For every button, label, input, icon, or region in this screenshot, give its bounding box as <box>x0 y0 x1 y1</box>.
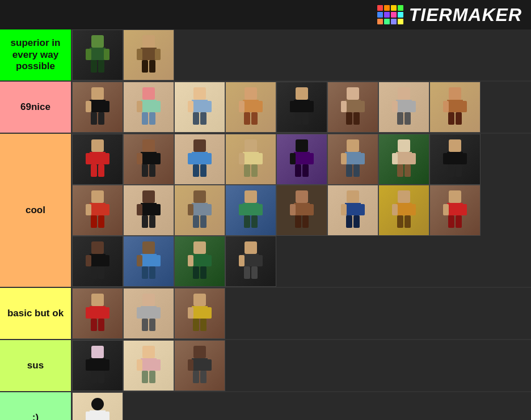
tier-cell <box>174 82 225 133</box>
tier-cell <box>72 236 123 287</box>
tier-row-69nice: 69nice <box>0 82 531 134</box>
tier-row-superior: superior in every way possible <box>0 29 531 82</box>
tier-row-semicolon: ;) <box>0 392 531 420</box>
tier-cell <box>327 82 378 133</box>
tier-row-cool: cool <box>0 134 531 288</box>
tier-content-sus <box>71 340 531 391</box>
tier-cell <box>327 185 378 236</box>
tier-content-basic <box>71 288 531 339</box>
tier-cell <box>123 185 174 236</box>
tier-cell <box>72 392 123 420</box>
tier-cell <box>429 82 481 133</box>
tier-cell <box>378 82 429 133</box>
tier-cell <box>174 340 225 391</box>
tier-cell <box>327 134 378 185</box>
tier-cell <box>123 134 174 185</box>
tier-cell <box>225 82 276 133</box>
tier-cell <box>429 185 481 236</box>
tier-cell <box>225 134 276 185</box>
tier-row-sus: sus <box>0 340 531 392</box>
tier-label-semicolon: ;) <box>0 392 71 420</box>
tier-cell <box>123 29 174 80</box>
tier-cell <box>276 82 327 133</box>
tier-row-basic: basic but ok <box>0 288 531 340</box>
tier-label-69nice: 69nice <box>0 82 71 133</box>
tier-cell <box>72 288 123 339</box>
tier-cell <box>72 29 123 80</box>
tier-cell <box>174 185 225 236</box>
tier-cell <box>123 82 174 133</box>
tier-cell <box>174 236 225 287</box>
tier-cell <box>174 288 225 339</box>
tier-list: superior in every way possible <box>0 29 531 420</box>
tier-label-basic: basic but ok <box>0 288 71 339</box>
header: TierMaker <box>0 0 531 29</box>
tier-content-semicolon <box>71 392 531 420</box>
tier-cell <box>276 134 327 185</box>
tier-content-69nice <box>71 82 531 133</box>
tier-cell <box>123 288 174 339</box>
tier-cell <box>174 134 225 185</box>
logo-title: TierMaker <box>409 5 522 26</box>
tiermaker-logo: TierMaker <box>377 5 522 26</box>
tier-label-cool: cool <box>0 134 71 287</box>
tier-content-superior <box>71 29 531 80</box>
app-container: TierMaker superior in every way possible <box>0 0 531 420</box>
tier-content-cool <box>71 134 531 287</box>
tier-cell <box>429 134 481 185</box>
tier-cell <box>378 185 429 236</box>
tier-cell <box>123 340 174 391</box>
tier-cell <box>72 340 123 391</box>
tier-cell <box>276 185 327 236</box>
logo-grid <box>377 5 403 24</box>
tier-label-superior: superior in every way possible <box>0 29 71 80</box>
tier-cell <box>225 236 276 287</box>
tier-cell <box>72 134 123 185</box>
tier-cell <box>72 185 123 236</box>
tier-label-sus: sus <box>0 340 71 391</box>
tier-cell <box>378 134 429 185</box>
tier-cell <box>72 82 123 133</box>
tier-cell <box>123 236 174 287</box>
tier-cell <box>225 185 276 236</box>
